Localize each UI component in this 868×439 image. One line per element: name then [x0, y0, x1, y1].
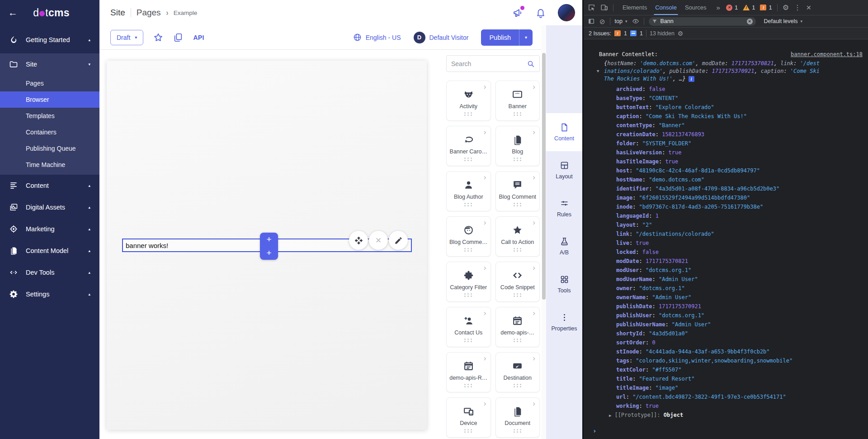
add-content-above-button[interactable]: + [260, 233, 278, 246]
drag-handle-icon[interactable] [514, 248, 522, 252]
drag-handle-icon[interactable] [514, 112, 522, 116]
card-expand-chevron-icon[interactable]: › [484, 399, 486, 408]
card-expand-chevron-icon[interactable]: › [484, 128, 486, 137]
drag-handle-icon[interactable] [464, 339, 472, 342]
drag-handle-icon[interactable] [514, 157, 522, 161]
content-type-card-device[interactable]: ›Device [446, 397, 491, 438]
api-link[interactable]: API [193, 34, 204, 41]
drag-handle-icon[interactable] [464, 248, 472, 252]
log-levels-dropdown[interactable]: Default levels▾ [764, 18, 803, 24]
drag-handle-icon[interactable] [464, 157, 472, 161]
sidebar-subitem-browser[interactable]: Browser [0, 91, 99, 108]
content-type-card-code-snippet[interactable]: ›Code Snippet [495, 262, 540, 302]
drag-handle-icon[interactable] [464, 384, 472, 387]
card-expand-chevron-icon[interactable]: › [533, 128, 535, 137]
info-icon[interactable]: i [689, 76, 694, 82]
console-settings-gear-icon[interactable]: ⚙ [678, 30, 684, 37]
drag-handle-icon[interactable] [464, 429, 472, 433]
content-type-card-activity[interactable]: ›Activity [446, 81, 491, 121]
sidebar-subitem-containers[interactable]: Containers [0, 124, 99, 140]
content-type-card-blog-comment[interactable]: ›Blog Comment [495, 171, 540, 211]
card-expand-chevron-icon[interactable]: › [533, 399, 535, 408]
sidebar-item-content-model[interactable]: Content Model▴ [0, 240, 99, 262]
card-expand-chevron-icon[interactable]: › [533, 354, 535, 363]
persona-selector[interactable]: D Default Visitor [414, 32, 469, 43]
content-type-card-demo-apis[interactable]: ›demo-apis-… [495, 307, 540, 347]
console-prompt[interactable]: › [593, 427, 863, 434]
content-type-card-blog-author[interactable]: ›Blog Author [446, 171, 491, 211]
content-type-card-destination[interactable]: ›Destination [495, 352, 540, 392]
content-type-card-banner[interactable]: ›Banner [495, 81, 540, 121]
chevron-down-icon[interactable]: ▾ [519, 35, 533, 40]
device-toolbar-icon[interactable] [600, 4, 608, 11]
error-count[interactable]: ✕1 [726, 4, 738, 11]
publish-button[interactable]: Publish ▾ [481, 29, 533, 46]
console-sidebar-toggle-icon[interactable] [588, 18, 595, 25]
copy-page-icon[interactable] [173, 33, 183, 43]
card-expand-chevron-icon[interactable]: › [484, 354, 486, 363]
drag-handle-icon[interactable] [514, 339, 522, 342]
more-tabs-icon[interactable]: » [716, 4, 721, 11]
sidebar-subitem-templates[interactable]: Templates [0, 108, 99, 124]
sidebar-subitem-publishing-queue[interactable]: Publishing Queue [0, 140, 99, 157]
content-type-card-demo-apis-r[interactable]: ›demo-apis-R… [446, 352, 491, 392]
card-expand-chevron-icon[interactable]: › [484, 82, 486, 91]
card-expand-chevron-icon[interactable]: › [484, 218, 486, 227]
warning-count[interactable]: !1 [743, 4, 755, 11]
sidebar-subitem-time-machine[interactable]: Time Machine [0, 157, 99, 173]
drag-handle-icon[interactable] [514, 293, 522, 297]
palette-search-input[interactable] [451, 60, 527, 67]
object-preview[interactable]: ▼ {hostName: 'demo.dotcms.com', modDate:… [604, 60, 822, 83]
collapse-triangle-icon[interactable]: ▼ [597, 67, 599, 75]
sidebar-item-site[interactable]: Site▾ [0, 53, 99, 75]
issue-count[interactable]: !1 [760, 4, 772, 11]
devtools-more-menu-icon[interactable]: ⋮ [794, 4, 801, 11]
card-expand-chevron-icon[interactable]: › [533, 82, 535, 91]
drag-handle-icon[interactable] [514, 384, 522, 387]
card-expand-chevron-icon[interactable]: › [533, 309, 535, 318]
content-type-card-blog[interactable]: ›Blog [495, 126, 540, 166]
source-file-link[interactable]: banner.component.ts:18 [791, 50, 863, 58]
content-type-card-contact-us[interactable]: ›Contact Us [446, 307, 491, 347]
javascript-context-dropdown[interactable]: top▾ [615, 18, 627, 24]
sidebar-item-digital-assets[interactable]: Digital Assets▴ [0, 196, 99, 218]
rail-tab-a-b[interactable]: A/B [546, 227, 582, 265]
add-content-below-button[interactable]: + [260, 246, 278, 260]
rail-tab-rules[interactable]: Rules [546, 189, 582, 227]
user-avatar[interactable] [558, 4, 575, 21]
drag-handle-icon[interactable] [464, 203, 472, 206]
language-selector[interactable]: English - US [353, 33, 401, 42]
card-expand-chevron-icon[interactable]: › [484, 263, 486, 272]
card-expand-chevron-icon[interactable]: › [484, 173, 486, 182]
sidebar-item-marketing[interactable]: Marketing▴ [0, 218, 99, 240]
rail-tab-layout[interactable]: Layout [546, 151, 582, 189]
rail-tab-properties[interactable]: Properties [546, 303, 582, 341]
devtools-settings-gear-icon[interactable]: ⚙ [783, 4, 789, 11]
content-type-card-blog-comme[interactable]: ›Blog Comme… [446, 216, 491, 257]
drag-handle-icon[interactable] [464, 293, 472, 297]
create-live-expression-eye-icon[interactable] [632, 18, 639, 25]
rail-tab-tools[interactable]: Tools [546, 265, 582, 303]
announcements-megaphone-icon[interactable] [513, 7, 524, 18]
sidebar-item-dev-tools[interactable]: Dev Tools▴ [0, 262, 99, 283]
drag-handle-icon[interactable] [514, 429, 522, 433]
card-expand-chevron-icon[interactable]: › [533, 173, 535, 182]
sidebar-item-content[interactable]: Content▴ [0, 175, 99, 196]
page-status-dropdown[interactable]: Draft ▾ [110, 30, 143, 45]
card-expand-chevron-icon[interactable]: › [533, 218, 535, 227]
edit-contentlet-button[interactable] [389, 231, 408, 250]
content-type-card-category-filter[interactable]: ›Category Filter [446, 262, 491, 302]
clear-filter-icon[interactable]: ✕ [747, 19, 753, 24]
remove-contentlet-button[interactable]: ✕ [369, 231, 388, 250]
card-expand-chevron-icon[interactable]: › [484, 309, 486, 318]
devtools-tab-console[interactable]: Console [651, 0, 681, 15]
sidebar-item-settings[interactable]: Settings▴ [0, 283, 99, 305]
devtools-close-icon[interactable]: ✕ [806, 5, 811, 11]
console-log[interactable]: Banner Contentlet: banner.component.ts:1… [584, 39, 868, 439]
drag-contentlet-button[interactable] [349, 231, 368, 250]
content-type-card-banner-caro[interactable]: ›Banner Caro… [446, 126, 491, 166]
expand-triangle-icon[interactable]: ▶ [609, 413, 611, 418]
sidebar-subitem-pages[interactable]: Pages [0, 75, 99, 91]
content-type-card-call-to-action[interactable]: ›Call to Action [495, 216, 540, 257]
favorite-star-icon[interactable] [153, 33, 163, 43]
